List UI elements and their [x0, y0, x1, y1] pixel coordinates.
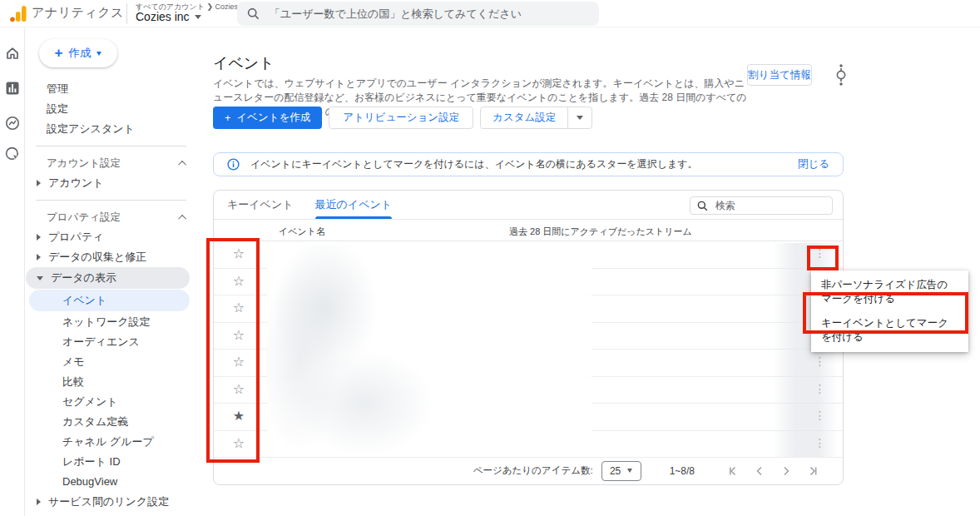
search-icon: [247, 7, 260, 20]
pagination-bar: ページあたりのアイテム数: 25 1~8/8: [214, 457, 843, 484]
row-star-icon[interactable]: ☆: [230, 246, 247, 261]
analytics-app: アナリティクス すべてのアカウント ❯ Cozies inc Cozies in…: [0, 0, 980, 516]
global-search-placeholder: 「ユーザー数で上位の国」と検索してみてください: [270, 7, 522, 22]
triangle-right-icon: [37, 234, 41, 241]
items-per-page-value: 25: [610, 465, 621, 477]
chevron-up-icon: [178, 160, 186, 168]
triangle-right-icon: [37, 180, 41, 186]
sidebar-item-setup-assistant[interactable]: 設定アシスタント: [26, 119, 200, 139]
account-settings-label: アカウント設定: [47, 156, 121, 171]
row-context-menu: 非パーソナライズド広告のマークを付ける キーイベントとしてマークを付ける: [811, 270, 968, 352]
table-header: イベント名 過去 28 日間にアクティブだったストリーム: [214, 219, 843, 241]
tab-recent-events[interactable]: 最近のイベント: [315, 191, 393, 219]
sidebar-item-data-collection[interactable]: データの収集と修正: [26, 247, 200, 267]
create-button[interactable]: + 作成: [39, 39, 117, 67]
tab-key-events[interactable]: キーイベント: [227, 191, 294, 219]
triangle-right-icon: [37, 254, 41, 260]
row-star-icon[interactable]: ☆: [230, 354, 247, 370]
sidebar-item-events[interactable]: イベント: [29, 290, 190, 311]
items-per-page-label: ページあたりのアイテム数:: [473, 464, 593, 477]
table-search-input[interactable]: 検索: [690, 196, 833, 215]
custom-settings-button[interactable]: カスタム設定: [481, 107, 567, 128]
account-selector[interactable]: Cozies inc: [136, 10, 201, 23]
sidebar-divider: [36, 146, 186, 146]
global-search-input[interactable]: 「ユーザー数で上位の国」と検索してみてください: [237, 2, 599, 26]
account-selector-label: Cozies inc: [136, 10, 190, 23]
column-active-streams: 過去 28 日間にアクティブだったストリーム: [509, 226, 692, 238]
row-star-icon[interactable]: ★: [230, 408, 247, 424]
row-star-icon[interactable]: ☆: [230, 435, 247, 451]
redacted-content-blur: [267, 243, 591, 457]
table-tabs: キーイベント 最近のイベント: [214, 191, 392, 219]
property-settings-header[interactable]: プロパティ設定: [26, 207, 200, 227]
previous-page-button[interactable]: [746, 463, 773, 479]
sidebar-item-cross-service-links[interactable]: サービス間のリンク設定: [26, 492, 200, 512]
row-star-icon[interactable]: ☆: [230, 327, 247, 343]
first-page-button[interactable]: [720, 463, 746, 479]
sidebar-item-audiences[interactable]: オーディエンス: [26, 332, 200, 352]
create-event-button[interactable]: + イベントを作成: [213, 107, 322, 129]
account-label: アカウント: [48, 176, 104, 191]
caret-down-icon: [577, 116, 583, 120]
insights-plumb-icon[interactable]: [834, 62, 849, 88]
plus-icon: +: [55, 45, 63, 62]
create-button-label: 作成: [68, 46, 91, 61]
topbar-divider: [126, 3, 127, 24]
row-star-icon[interactable]: ☆: [230, 381, 247, 397]
next-page-button[interactable]: [773, 463, 799, 479]
sidebar-item-settings[interactable]: 設定: [26, 99, 200, 119]
search-icon: [697, 201, 708, 211]
data-collection-label: データの収集と修正: [48, 250, 146, 265]
row-star-icon[interactable]: ☆: [230, 273, 247, 289]
sidebar-item-report-id[interactable]: レポート ID: [26, 452, 200, 472]
table-search-placeholder: 検索: [715, 199, 735, 213]
info-icon: [227, 158, 240, 171]
sidebar-item-debugview[interactable]: DebugView: [26, 472, 200, 492]
sidebar-item-memos[interactable]: メモ: [26, 352, 200, 372]
column-event-name: イベント名: [279, 226, 325, 238]
top-bar: アナリティクス すべてのアカウント ❯ Cozies inc Cozies in…: [0, 0, 980, 27]
advertising-icon[interactable]: [5, 146, 20, 161]
custom-settings-caret-button[interactable]: [567, 107, 591, 128]
custom-settings-split-button: カスタム設定: [480, 107, 592, 129]
sidebar-item-channel-groups[interactable]: チャネル グループ: [26, 432, 200, 452]
info-banner: イベントにキーイベントとしてマークを付けるには、イベント名の横にあるスターを選択…: [213, 152, 844, 176]
sidebar-item-data-display[interactable]: データの表示: [26, 267, 190, 289]
attribution-settings-button[interactable]: アトリビューション設定: [329, 107, 473, 129]
assignment-info-button[interactable]: 割り当て情報: [747, 64, 812, 86]
sidebar-item-comparisons[interactable]: 比較: [26, 372, 200, 392]
caret-down-icon: [627, 469, 632, 473]
create-event-label: イベントを作成: [236, 111, 310, 125]
triangle-right-icon: [37, 499, 41, 505]
action-buttons-row: + イベントを作成 アトリビューション設定 カスタム設定: [213, 107, 592, 129]
pagination-range: 1~8/8: [670, 465, 695, 477]
sidebar-divider: [36, 200, 186, 201]
sidebar-item-manage[interactable]: 管理: [26, 79, 200, 99]
sidebar-item-segments[interactable]: セグメント: [26, 392, 200, 412]
row-star-icon[interactable]: ☆: [230, 300, 247, 315]
sidebar-item-network-settings[interactable]: ネットワーク設定: [26, 312, 200, 332]
last-page-button[interactable]: [799, 463, 826, 479]
chevron-up-icon: [178, 214, 186, 222]
items-per-page-select[interactable]: 25: [601, 461, 641, 481]
banner-close-link[interactable]: 閉じる: [798, 157, 829, 171]
triangle-down-icon: [37, 276, 43, 280]
events-table-card: キーイベント 最近のイベント 検索 イベント名 過去 28 日間にアクティブだっ…: [213, 190, 844, 485]
sidebar-item-account[interactable]: アカウント: [26, 173, 200, 193]
app-title: アナリティクス: [32, 5, 124, 21]
reports-icon[interactable]: [5, 81, 20, 96]
admin-sidebar: + 作成 管理 設定 設定アシスタント アカウント設定 アカウント プロパティ設…: [26, 27, 200, 516]
sidebar-item-custom-definitions[interactable]: カスタム定義: [26, 412, 200, 432]
home-icon[interactable]: [5, 46, 20, 61]
menu-item-non-personalized-ads[interactable]: 非パーソナライズド広告のマークを付ける: [811, 273, 968, 311]
account-settings-header[interactable]: アカウント設定: [26, 153, 200, 173]
menu-item-mark-as-key-event[interactable]: キーイベントとしてマークを付ける: [811, 311, 968, 350]
nav-rail: [0, 27, 25, 516]
sidebar-item-property[interactable]: プロパティ: [26, 227, 200, 247]
cross-service-links-label: サービス間のリンク設定: [48, 494, 169, 509]
google-analytics-logo-icon[interactable]: [10, 6, 27, 22]
caret-down-icon: [97, 52, 101, 56]
page-title: イベント: [213, 53, 275, 73]
explore-icon[interactable]: [5, 116, 20, 131]
chevron-down-icon: [195, 15, 201, 19]
